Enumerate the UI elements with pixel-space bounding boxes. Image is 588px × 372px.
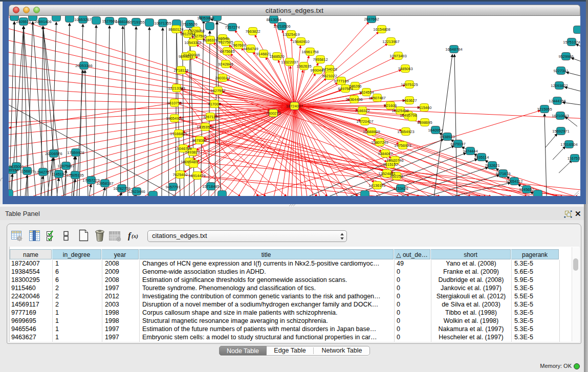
svg-text:15495798: 15495798 [400, 113, 417, 118]
svg-text:14136141: 14136141 [368, 183, 385, 188]
svg-text:10671355: 10671355 [154, 21, 171, 26]
svg-text:9115460: 9115460 [417, 105, 432, 110]
svg-text:(x): (x) [132, 233, 138, 239]
svg-text:5621022: 5621022 [322, 74, 337, 78]
svg-text:9384067: 9384067 [378, 151, 393, 156]
svg-text:12213383: 12213383 [168, 86, 185, 91]
svg-text:1610755: 1610755 [167, 101, 182, 105]
svg-text:7357274: 7357274 [225, 25, 239, 30]
svg-text:16648784: 16648784 [445, 47, 462, 52]
svg-text:9463627: 9463627 [402, 98, 417, 103]
svg-text:9245652: 9245652 [519, 187, 534, 192]
svg-text:8878382: 8878382 [192, 138, 207, 143]
svg-text:9242848: 9242848 [218, 62, 233, 67]
svg-text:13654923: 13654923 [397, 129, 414, 134]
svg-text:7485063: 7485063 [398, 67, 412, 71]
svg-text:2300273: 2300273 [266, 111, 280, 116]
svg-text:16099489: 16099489 [181, 160, 198, 164]
svg-text:8186328: 8186328 [203, 38, 217, 42]
svg-text:9457791: 9457791 [165, 185, 180, 189]
svg-text:7625402: 7625402 [172, 172, 187, 177]
svg-text:20053346: 20053346 [75, 63, 92, 68]
svg-text:13322037: 13322037 [281, 60, 298, 64]
svg-text:15226058: 15226058 [187, 29, 204, 33]
svg-text:17359928: 17359928 [67, 150, 84, 155]
svg-text:16053809: 16053809 [197, 16, 214, 20]
svg-text:19218506: 19218506 [273, 24, 290, 29]
svg-text:12444156: 12444156 [549, 99, 565, 103]
svg-text:20206576: 20206576 [45, 151, 62, 156]
svg-text:9777169: 9777169 [334, 79, 349, 83]
svg-text:12923446: 12923446 [128, 189, 145, 194]
svg-text:2718126: 2718126 [173, 68, 188, 73]
svg-text:16210643: 16210643 [552, 114, 569, 118]
svg-text:10719155: 10719155 [127, 20, 144, 25]
svg-text:2935114: 2935114 [474, 155, 489, 160]
svg-text:15807249: 15807249 [371, 140, 388, 145]
svg-text:1733426: 1733426 [393, 186, 408, 191]
svg-text:19166825: 19166825 [170, 132, 187, 136]
svg-text:2405571: 2405571 [16, 19, 31, 24]
svg-text:17016504: 17016504 [560, 142, 577, 147]
svg-text:12942757: 12942757 [34, 170, 51, 174]
svg-text:8475685: 8475685 [220, 49, 234, 54]
svg-text:16914479: 16914479 [188, 173, 205, 178]
svg-text:13325419: 13325419 [282, 32, 299, 37]
svg-text:8471676: 8471676 [495, 171, 510, 176]
svg-text:15751074: 15751074 [563, 40, 580, 45]
svg-text:9529986: 9529986 [558, 54, 573, 59]
svg-text:10958187: 10958187 [96, 181, 113, 186]
svg-text:12975125: 12975125 [401, 82, 418, 87]
svg-text:8938923: 8938923 [440, 135, 454, 139]
svg-text:9899611: 9899611 [179, 54, 193, 59]
svg-text:10025438: 10025438 [391, 108, 408, 113]
svg-text:15718485: 15718485 [202, 184, 219, 189]
svg-text:1362635: 1362635 [296, 64, 311, 69]
svg-text:10543362: 10543362 [184, 40, 201, 45]
svg-text:14720407: 14720407 [356, 119, 373, 124]
svg-text:10654112: 10654112 [506, 179, 523, 184]
svg-text:417006: 417006 [208, 102, 221, 106]
svg-text:8454749: 8454749 [243, 47, 258, 51]
svg-text:8813054: 8813054 [266, 17, 281, 22]
svg-text:19756923: 19756923 [394, 143, 411, 148]
svg-text:3215955: 3215955 [537, 107, 552, 112]
svg-text:16154808: 16154808 [373, 27, 390, 32]
svg-text:12505135: 12505135 [67, 173, 83, 178]
svg-text:12213967: 12213967 [382, 39, 399, 44]
svg-text:15692971: 15692971 [552, 129, 569, 134]
svg-text:1145194: 1145194 [52, 172, 67, 177]
svg-text:1527602: 1527602 [102, 19, 117, 24]
svg-text:10688609: 10688609 [363, 129, 380, 134]
svg-text:3267110: 3267110 [203, 115, 218, 119]
svg-text:2687662: 2687662 [364, 17, 379, 21]
svg-text:9227341: 9227341 [553, 69, 568, 73]
svg-text:252254: 252254 [390, 174, 403, 179]
svg-text:12093822: 12093822 [551, 83, 568, 88]
svg-text:19654928: 19654928 [166, 116, 183, 121]
svg-text:621606: 621606 [384, 103, 397, 108]
svg-text:10973493: 10973493 [389, 54, 406, 58]
svg-text:7663822: 7663822 [245, 29, 260, 34]
svg-text:18724007: 18724007 [286, 104, 303, 108]
svg-text:9427552: 9427552 [210, 89, 225, 93]
svg-text:9474444: 9474444 [463, 149, 477, 154]
svg-text:6879197: 6879197 [450, 142, 465, 146]
svg-text:15640910: 15640910 [292, 39, 309, 44]
svg-text:7515526: 7515526 [182, 22, 197, 27]
svg-text:7186322: 7186322 [355, 108, 369, 113]
svg-text:1167533: 1167533 [568, 156, 580, 161]
svg-text:1156819: 1156819 [20, 169, 35, 173]
svg-text:16961758: 16961758 [301, 50, 318, 54]
svg-text:9146821: 9146821 [256, 52, 271, 56]
svg-text:10653267: 10653267 [74, 17, 91, 22]
svg-text:9734028: 9734028 [322, 67, 337, 72]
svg-text:8660124: 8660124 [168, 27, 183, 32]
svg-text:1640954: 1640954 [428, 128, 443, 133]
svg-text:10507487: 10507487 [368, 96, 385, 100]
svg-text:21364436: 21364436 [345, 97, 362, 102]
svg-text:6497563: 6497563 [338, 86, 353, 91]
svg-text:2803144: 2803144 [215, 76, 230, 80]
svg-text:20691406: 20691406 [34, 19, 51, 24]
svg-text:14353594: 14353594 [197, 125, 213, 129]
